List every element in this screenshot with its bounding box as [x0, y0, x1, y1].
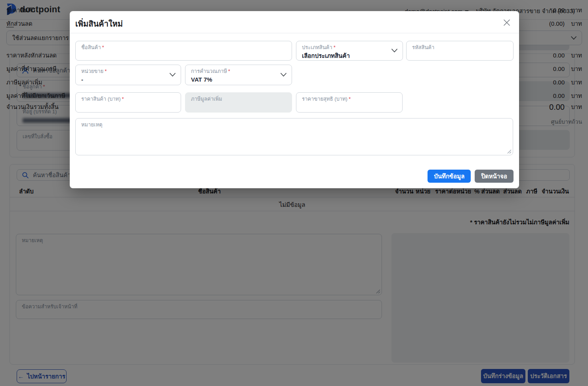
tax-calculation-value: VAT 7%	[191, 76, 286, 84]
required-asterisk: *	[105, 68, 107, 74]
close-icon[interactable]	[502, 17, 512, 28]
required-asterisk: *	[228, 68, 230, 74]
tax-calculation-label: การคำนวณภาษี	[191, 68, 227, 74]
net-price-field[interactable]: ราคาขายสุทธิ (บาท)*	[296, 92, 403, 113]
modal-header-divider	[70, 33, 519, 33]
product-code-label: รหัสสินค้า	[412, 44, 434, 50]
sale-unit-select[interactable]: หน่วยขาย* -	[75, 65, 181, 85]
tax-calculation-select[interactable]: การคำนวณภาษี* VAT 7%	[185, 65, 292, 85]
required-asterisk: *	[122, 96, 124, 102]
modal-title: เพิ่มสินค้าใหม่	[75, 17, 123, 30]
sale-unit-value: -	[81, 76, 175, 84]
modal-notes-textarea[interactable]: หมายเหตุ	[75, 118, 513, 155]
add-product-modal: เพิ่มสินค้าใหม่ ชื่อสินค้า* ประเภทสินค้า…	[70, 11, 519, 188]
save-button[interactable]: บันทึกข้อมูล	[428, 170, 471, 183]
required-asterisk: *	[334, 44, 336, 50]
product-price-label: ราคาสินค้า (บาท)	[81, 96, 121, 102]
product-name-field[interactable]: ชื่อสินค้า*	[75, 41, 292, 61]
chevron-down-icon	[170, 73, 176, 77]
product-code-field[interactable]: รหัสสินค้า	[406, 41, 514, 61]
vat-amount-field: ภาษีมูลค่าเพิ่ม	[185, 92, 292, 113]
required-asterisk: *	[349, 96, 351, 102]
modal-notes-label: หมายเหตุ	[81, 122, 103, 128]
required-asterisk: *	[102, 44, 104, 50]
sale-unit-label: หน่วยขาย	[81, 68, 103, 74]
product-price-field[interactable]: ราคาสินค้า (บาท)*	[75, 92, 181, 113]
product-type-value: เลือกประเภทสินค้า	[302, 52, 397, 60]
vat-amount-label: ภาษีมูลค่าเพิ่ม	[191, 96, 222, 102]
close-screen-button[interactable]: ปิดหน้าจอ	[475, 170, 514, 183]
chevron-down-icon	[281, 73, 286, 77]
resize-grip-icon[interactable]	[507, 149, 512, 154]
product-type-select[interactable]: ประเภทสินค้า* เลือกประเภทสินค้า	[296, 41, 403, 61]
chevron-down-icon	[391, 49, 397, 53]
product-type-label: ประเภทสินค้า	[302, 44, 332, 50]
net-price-label: ราคาขายสุทธิ (บาท)	[302, 96, 347, 102]
product-name-label: ชื่อสินค้า	[81, 44, 101, 50]
